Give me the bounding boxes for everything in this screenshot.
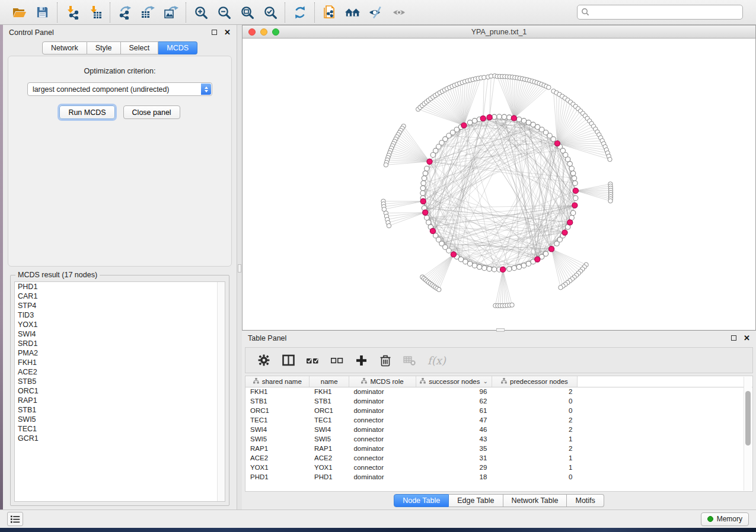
tab-mcds[interactable]: MCDS (158, 41, 197, 55)
ring-node[interactable] (502, 114, 506, 119)
mcds-dominator-node[interactable] (554, 141, 560, 146)
ring-node[interactable] (573, 196, 578, 200)
ring-node[interactable] (526, 261, 531, 266)
ring-node[interactable] (420, 191, 425, 196)
splitter-handle[interactable] (238, 264, 241, 273)
table-row[interactable]: STB1STB1dominator620 (245, 396, 752, 406)
ring-node[interactable] (467, 261, 472, 266)
mcds-dominator-node[interactable] (500, 267, 506, 272)
mcds-dominator-node[interactable] (549, 246, 554, 252)
open-session-icon[interactable] (11, 5, 27, 20)
mcds-dominator-node[interactable] (511, 116, 516, 121)
ring-node[interactable] (516, 117, 521, 121)
mcds-result-item[interactable]: SRD1 (15, 339, 225, 348)
network-graph-canvas[interactable] (243, 39, 755, 329)
satellite-node[interactable] (482, 75, 486, 79)
mcds-result-item[interactable]: STB1 (15, 405, 225, 415)
mcds-result-item[interactable]: FKH1 (15, 358, 225, 367)
column-header-MCDS-role[interactable]: MCDS role (349, 376, 416, 387)
mcds-dominator-node[interactable] (562, 230, 567, 235)
table-scrollbar-track[interactable] (744, 377, 752, 491)
mcds-result-item[interactable]: RAP1 (15, 396, 225, 405)
satellite-node[interactable] (547, 85, 551, 89)
satellite-node[interactable] (608, 198, 613, 203)
export-network-icon[interactable] (117, 5, 133, 20)
mcds-dominator-node[interactable] (572, 203, 578, 208)
close-panel-icon[interactable]: ✕ (224, 28, 231, 36)
mcds-result-item[interactable]: CAR1 (15, 291, 225, 301)
ring-node[interactable] (463, 259, 468, 264)
ring-node[interactable] (492, 267, 496, 272)
ring-node[interactable] (422, 176, 426, 181)
mcds-dominator-node[interactable] (535, 257, 540, 262)
mcds-result-item[interactable]: ACE2 (15, 367, 225, 377)
ring-node[interactable] (570, 171, 575, 175)
table-row[interactable]: YOX1YOX1connector291 (245, 463, 752, 472)
search-input[interactable] (577, 5, 743, 20)
mcds-dominator-node[interactable] (573, 188, 578, 193)
table-row[interactable]: TEC1TEC1connector472 (245, 415, 752, 425)
ring-node[interactable] (507, 267, 512, 271)
memory-button[interactable]: Memory (701, 512, 749, 526)
show-columns-icon[interactable] (282, 354, 295, 367)
column-header-predecessor-nodes[interactable]: predecessor nodes (492, 376, 577, 387)
mcds-result-item[interactable]: TID3 (15, 310, 225, 320)
mcds-result-item[interactable]: YOX1 (15, 320, 225, 329)
table-row[interactable]: RAP1RAP1dominator352 (245, 444, 752, 453)
mcds-dominator-node[interactable] (480, 116, 486, 121)
mcds-dominator-node[interactable] (420, 198, 426, 204)
close-panel-button[interactable]: Close panel (123, 105, 180, 119)
mcds-dominator-node[interactable] (427, 159, 432, 164)
vertical-splitter[interactable] (237, 25, 242, 509)
ring-node[interactable] (570, 210, 575, 215)
mcds-result-item[interactable]: STP4 (15, 301, 225, 310)
run-mcds-button[interactable]: Run MCDS (59, 105, 114, 119)
tab-edge-table[interactable]: Edge Table (449, 494, 503, 507)
table-row[interactable]: FKH1FKH1dominator962 (245, 387, 752, 396)
float-panel-icon[interactable] (212, 30, 217, 35)
ring-node[interactable] (572, 176, 576, 181)
tab-style[interactable]: Style (87, 41, 121, 55)
mcds-result-item[interactable]: SWI5 (15, 415, 225, 424)
ring-node[interactable] (567, 161, 572, 166)
tab-motifs[interactable]: Motifs (567, 494, 604, 507)
refresh-layout-icon[interactable] (292, 5, 308, 20)
ring-node[interactable] (521, 118, 526, 123)
deselect-all-icon[interactable] (330, 354, 343, 367)
mcds-dominator-node[interactable] (451, 252, 456, 257)
table-settings-icon[interactable] (257, 354, 270, 367)
optimization-criterion-select[interactable]: largest connected component (undirected) (27, 82, 212, 96)
ring-node[interactable] (487, 267, 492, 271)
ring-node[interactable] (423, 171, 428, 175)
export-table-icon[interactable] (140, 5, 156, 20)
ring-node[interactable] (497, 114, 502, 119)
ring-node[interactable] (426, 220, 431, 225)
mcds-result-item[interactable]: PHD1 (15, 282, 225, 291)
ring-node[interactable] (472, 263, 477, 268)
satellite-node[interactable] (608, 157, 612, 161)
table-row[interactable]: ORC1ORC1dominator610 (245, 406, 752, 415)
ring-node[interactable] (467, 120, 472, 125)
create-column-icon[interactable] (355, 354, 368, 367)
close-table-panel-icon[interactable]: ✕ (744, 334, 750, 342)
tab-select[interactable]: Select (121, 41, 159, 55)
table-row[interactable]: SWI4SWI4dominator462 (245, 425, 752, 434)
select-all-icon[interactable] (306, 354, 319, 367)
ring-node[interactable] (425, 215, 429, 220)
save-session-icon[interactable] (34, 5, 50, 20)
network-window-titlebar[interactable]: YPA_prune.txt_1 (243, 25, 755, 39)
tab-network[interactable]: Network (42, 41, 87, 55)
mcds-dominator-node[interactable] (461, 123, 467, 128)
satellite-node[interactable] (437, 287, 441, 291)
satellite-node[interactable] (510, 303, 514, 307)
show-all-icon[interactable] (391, 5, 407, 20)
column-header-shared-name[interactable]: shared name (245, 376, 310, 387)
ring-node[interactable] (482, 265, 487, 270)
ring-node[interactable] (569, 166, 574, 171)
ring-node[interactable] (521, 263, 526, 268)
result-scrollbar-track[interactable] (217, 282, 225, 501)
ring-node[interactable] (543, 251, 548, 256)
mcds-result-item[interactable]: SWI4 (15, 329, 225, 339)
satellite-node[interactable] (559, 286, 563, 290)
hide-selected-icon[interactable] (368, 5, 384, 20)
